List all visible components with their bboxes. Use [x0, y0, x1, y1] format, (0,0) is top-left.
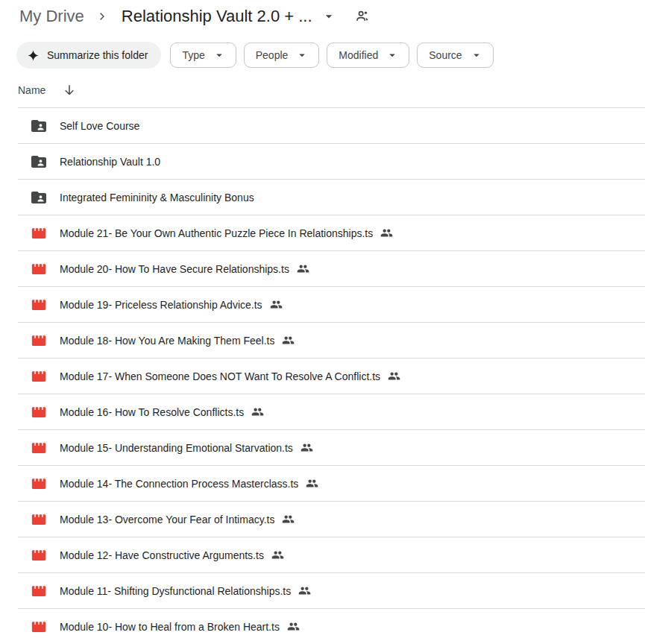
shared-people-icon [297, 262, 309, 275]
shared-people-icon [298, 584, 311, 597]
file-name: Self Love Course [60, 120, 139, 132]
filter-chip-type[interactable]: Type [170, 42, 236, 68]
table-row[interactable]: Module 12- Have Constructive Arguments.t… [18, 537, 645, 572]
shared-people-icon [301, 441, 313, 454]
file-name: Module 17- When Someone Does NOT Want To… [60, 370, 380, 382]
filter-chip-people[interactable]: People [244, 42, 320, 68]
filter-chip-source[interactable]: Source [417, 42, 493, 68]
shared-people-icon [380, 227, 393, 239]
table-row[interactable]: Relationship Vault 1.0 [18, 143, 645, 179]
video-icon [30, 296, 48, 314]
video-icon [30, 403, 48, 421]
toolbar: Summarize this folder Type People Modifi… [0, 42, 645, 69]
file-name: Module 14- The Connection Process Master… [60, 478, 298, 490]
file-name: Module 13- Overcome Your Fear of Intimac… [60, 514, 274, 525]
file-name: Module 12- Have Constructive Arguments.t… [60, 549, 264, 561]
file-name: Module 15- Understanding Emotional Starv… [60, 442, 293, 454]
breadcrumb-my-drive[interactable]: My Drive [18, 5, 86, 28]
breadcrumb-current-folder[interactable]: Relationship Vault 2.0 + ... [120, 5, 314, 28]
name-column-header[interactable]: Name [18, 84, 45, 96]
video-icon [30, 546, 48, 564]
chevron-down-icon [386, 48, 399, 62]
table-row[interactable]: Module 21- Be Your Own Authentic Puzzle … [18, 215, 645, 250]
video-icon [30, 332, 48, 350]
shared-people-icon [282, 513, 295, 525]
table-row[interactable]: Module 19- Priceless Relationship Advice… [18, 286, 645, 322]
chip-label: Source [429, 49, 462, 61]
chip-label: Modified [339, 49, 378, 61]
shared-people-icon [287, 620, 300, 633]
chevron-down-icon [213, 48, 226, 62]
summarize-folder-button[interactable]: Summarize this folder [16, 42, 161, 69]
list-header: Name [0, 69, 645, 107]
video-icon [30, 618, 48, 636]
file-name: Module 11- Shifting Dysfunctional Relati… [60, 585, 291, 597]
file-name: Module 21- Be Your Own Authentic Puzzle … [60, 227, 373, 239]
filter-chips: Type People Modified Source [170, 42, 493, 68]
chip-label: People [256, 49, 289, 61]
table-row[interactable]: Module 10- How to Heal from a Broken Hea… [18, 608, 645, 644]
video-icon [30, 260, 48, 278]
file-name: Module 19- Priceless Relationship Advice… [60, 299, 262, 311]
chevron-down-icon [295, 48, 309, 62]
shared-people-icon [282, 334, 295, 347]
shared-people-icon [270, 298, 283, 311]
file-list: Self Love Course Relationship Vault 1.0 … [18, 107, 645, 644]
file-name: Module 10- How to Heal from a Broken Hea… [60, 621, 280, 633]
sparkle-icon [27, 49, 40, 62]
file-name: Integrated Femininity & Masculinity Bonu… [60, 192, 254, 203]
file-name: Relationship Vault 1.0 [60, 156, 160, 168]
table-row[interactable]: Module 15- Understanding Emotional Starv… [18, 429, 645, 465]
file-name: Module 20- How To Have Secure Relationsh… [60, 263, 289, 275]
shared-folder-icon [30, 153, 48, 171]
shared-people-icon [388, 370, 400, 382]
table-row[interactable]: Self Love Course [18, 107, 645, 143]
video-icon [30, 475, 48, 493]
table-row[interactable]: Integrated Femininity & Masculinity Bonu… [18, 179, 645, 215]
video-icon [30, 367, 48, 385]
chevron-down-icon [470, 48, 483, 62]
file-name: Module 18- How You Are Making Them Feel.… [60, 335, 274, 347]
table-row[interactable]: Module 13- Overcome Your Fear of Intimac… [18, 501, 645, 537]
sort-descending-icon[interactable] [62, 83, 77, 98]
share-members-icon[interactable] [354, 8, 371, 25]
table-row[interactable]: Module 14- The Connection Process Master… [18, 465, 645, 501]
breadcrumb: My Drive Relationship Vault 2.0 + ... [0, 0, 645, 33]
summarize-label: Summarize this folder [47, 49, 148, 61]
shared-folder-icon [30, 189, 48, 206]
table-row[interactable]: Module 20- How To Have Secure Relationsh… [18, 250, 645, 286]
video-icon [30, 224, 48, 242]
video-icon [30, 582, 48, 600]
shared-people-icon [306, 477, 318, 490]
filter-chip-modified[interactable]: Modified [327, 42, 409, 68]
file-name: Module 16- How To Resolve Conflicts.ts [60, 406, 244, 418]
drive-folder-view: My Drive Relationship Vault 2.0 + ... Su… [0, 0, 645, 644]
shared-folder-icon [30, 117, 48, 135]
chevron-right-icon [96, 10, 108, 22]
shared-people-icon [271, 549, 284, 561]
video-icon [30, 439, 48, 457]
table-row[interactable]: Module 17- When Someone Does NOT Want To… [18, 358, 645, 394]
table-row[interactable]: Module 16- How To Resolve Conflicts.ts [18, 394, 645, 429]
shared-people-icon [251, 405, 264, 418]
chip-label: Type [182, 49, 204, 61]
folder-actions-caret-icon[interactable] [321, 9, 336, 24]
video-icon [30, 511, 48, 528]
table-row[interactable]: Module 11- Shifting Dysfunctional Relati… [18, 572, 645, 608]
table-row[interactable]: Module 18- How You Are Making Them Feel.… [18, 322, 645, 358]
